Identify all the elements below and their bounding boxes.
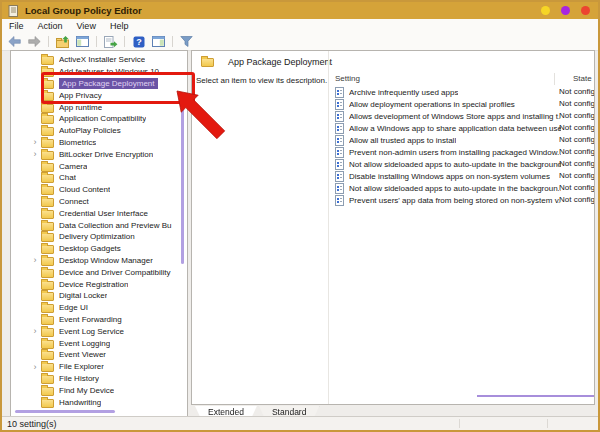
folder-icon bbox=[41, 127, 54, 136]
setting-name: Archive infrequently used apps bbox=[349, 88, 458, 97]
tree-item[interactable]: › Connect bbox=[11, 196, 181, 208]
tree-item[interactable]: › Device and Driver Compatibility bbox=[11, 266, 181, 278]
local-group-policy-editor-window: Local Group Policy Editor FileActionView… bbox=[0, 0, 600, 432]
show-console-tree-icon[interactable] bbox=[75, 35, 90, 49]
list-horizontal-scrollbar-thumb[interactable] bbox=[477, 395, 594, 398]
tree-item[interactable]: › Data Collection and Preview Bu bbox=[11, 219, 181, 231]
pane-title: App Package Deployment bbox=[228, 57, 332, 67]
tree-item[interactable]: › Credential User Interface bbox=[11, 207, 181, 219]
tree-item[interactable]: › Event Viewer bbox=[11, 349, 181, 361]
folder-icon bbox=[41, 304, 54, 313]
pane-header: App Package Deployment bbox=[201, 56, 332, 67]
tree-item-label: Device and Driver Compatibility bbox=[59, 268, 171, 277]
setting-row[interactable]: Allow a Windows app to share application… bbox=[329, 122, 594, 134]
tree-item[interactable]: › Desktop Gadgets bbox=[11, 243, 181, 255]
close-button[interactable] bbox=[581, 6, 590, 15]
folder-icon bbox=[41, 233, 54, 242]
tree-item[interactable]: › Handwriting bbox=[11, 396, 181, 408]
column-divider[interactable] bbox=[554, 73, 555, 85]
menu-item[interactable]: Action bbox=[38, 21, 63, 31]
chevron-right-icon[interactable]: › bbox=[29, 138, 41, 146]
tree-item[interactable]: › Delivery Optimization bbox=[11, 231, 181, 243]
back-icon[interactable] bbox=[7, 35, 22, 49]
tree-item[interactable]: › File Explorer bbox=[11, 361, 181, 373]
setting-row[interactable]: Archive infrequently used apps Not confi… bbox=[329, 86, 594, 98]
menu-item[interactable]: File bbox=[9, 21, 24, 31]
setting-name: Prevent non-admin users from installing … bbox=[349, 148, 561, 157]
folder-icon bbox=[41, 115, 54, 124]
tree-item[interactable]: › Chat bbox=[11, 172, 181, 184]
column-header-setting[interactable]: Setting bbox=[335, 74, 360, 83]
up-one-level-icon[interactable] bbox=[55, 35, 70, 49]
tree-horizontal-scrollbar-thumb[interactable] bbox=[15, 410, 115, 413]
tree-item-label: File History bbox=[59, 374, 99, 383]
forward-icon[interactable] bbox=[27, 35, 42, 49]
toolbar-separator bbox=[172, 36, 173, 47]
chevron-right-icon[interactable]: › bbox=[29, 363, 41, 371]
tree-item[interactable]: › File History bbox=[11, 373, 181, 385]
setting-row[interactable]: Allows development of Windows Store apps… bbox=[329, 110, 594, 122]
tree-item-label: Camera bbox=[59, 162, 87, 171]
tree-item[interactable]: › Camera bbox=[11, 160, 181, 172]
tree-item[interactable]: › Event Logging bbox=[11, 337, 181, 349]
folder-icon bbox=[41, 174, 54, 183]
setting-row[interactable]: Disable installing Windows apps on non-s… bbox=[329, 170, 594, 182]
setting-row[interactable]: Not allow sideloaded apps to auto-update… bbox=[329, 158, 594, 170]
tree-item[interactable]: › Application Compatibility bbox=[11, 113, 181, 125]
policy-setting-icon bbox=[335, 123, 344, 134]
chevron-right-icon[interactable]: › bbox=[29, 256, 41, 264]
menu-item[interactable]: View bbox=[77, 21, 96, 31]
tree-item[interactable]: › Event Log Service bbox=[11, 325, 181, 337]
folder-icon bbox=[41, 269, 54, 278]
tree-item[interactable]: › Find My Device bbox=[11, 384, 181, 396]
tree-item[interactable]: › Edge UI bbox=[11, 302, 181, 314]
console-tree-pane: › ActiveX Installer Service › Add featur… bbox=[10, 50, 188, 417]
tree-vertical-scrollbar-thumb[interactable] bbox=[181, 108, 184, 264]
help-icon[interactable]: ? bbox=[131, 35, 146, 49]
export-list-icon[interactable] bbox=[103, 35, 118, 49]
setting-row[interactable]: Allow all trusted apps to install Not co… bbox=[329, 134, 594, 146]
minimize-button[interactable] bbox=[541, 6, 550, 15]
folder-icon bbox=[41, 198, 54, 207]
chevron-right-icon[interactable]: › bbox=[29, 150, 41, 158]
details-pane: App Package Deployment Select an item to… bbox=[191, 50, 595, 405]
tree-item[interactable]: › App Package Deployment bbox=[11, 78, 181, 90]
tree-item-label: Add features to Windows 10 bbox=[59, 67, 159, 76]
tree-item[interactable]: › Add features to Windows 10 bbox=[11, 66, 181, 78]
tree-item-label: Event Forwarding bbox=[59, 315, 122, 324]
setting-row[interactable]: Prevent users' app data from being store… bbox=[329, 194, 594, 206]
filter-icon[interactable] bbox=[179, 35, 194, 49]
menu-item[interactable]: Help bbox=[110, 21, 129, 31]
maximize-button[interactable] bbox=[561, 6, 570, 15]
tree-item[interactable]: › Desktop Window Manager bbox=[11, 255, 181, 267]
tree-item[interactable]: › Event Forwarding bbox=[11, 314, 181, 326]
tree-item[interactable]: › ActiveX Installer Service bbox=[11, 54, 181, 66]
folder-icon bbox=[41, 340, 54, 349]
setting-state: Not configured bbox=[559, 122, 594, 134]
policy-setting-icon bbox=[335, 171, 344, 182]
tree-item[interactable]: › AutoPlay Policies bbox=[11, 125, 181, 137]
setting-row[interactable]: Prevent non-admin users from installing … bbox=[329, 146, 594, 158]
setting-state: Not configured bbox=[559, 158, 594, 170]
tree-item-label: Credential User Interface bbox=[59, 209, 148, 218]
tree-item-label: App Package Deployment bbox=[59, 78, 158, 89]
tree-item[interactable]: › Biometrics bbox=[11, 137, 181, 149]
tree-item[interactable]: › Device Registration bbox=[11, 278, 181, 290]
show-action-pane-icon[interactable] bbox=[151, 35, 166, 49]
setting-name: Allow a Windows app to share application… bbox=[349, 124, 561, 133]
toolbar-separator bbox=[48, 36, 49, 47]
setting-state: Not configured bbox=[559, 86, 594, 98]
setting-name: Not allow sideloaded apps to auto-update… bbox=[349, 160, 561, 169]
tree-item[interactable]: › Cloud Content bbox=[11, 184, 181, 196]
tree-item[interactable]: › App runtime bbox=[11, 101, 181, 113]
window-title: Local Group Policy Editor bbox=[25, 5, 142, 16]
setting-row[interactable]: Not allow sideloaded apps to auto-update… bbox=[329, 182, 594, 194]
tree-item[interactable]: › BitLocker Drive Encryption bbox=[11, 148, 181, 160]
tree-item-label: BitLocker Drive Encryption bbox=[59, 150, 153, 159]
setting-row[interactable]: Allow deployment operations in special p… bbox=[329, 98, 594, 110]
column-header-state[interactable]: State bbox=[573, 74, 592, 83]
tree-item[interactable]: › App Privacy bbox=[11, 89, 181, 101]
tree-item[interactable]: › Digital Locker bbox=[11, 290, 181, 302]
folder-icon bbox=[41, 151, 54, 160]
chevron-right-icon[interactable]: › bbox=[29, 327, 41, 335]
